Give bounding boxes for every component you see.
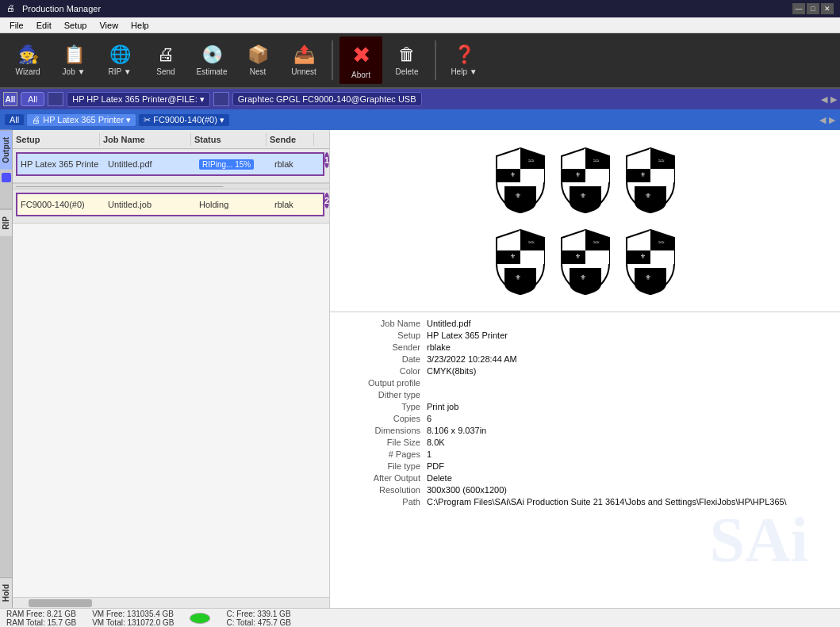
- device-printer-tab[interactable]: HP HP Latex 365 Printer@FILE: ▾: [67, 92, 210, 107]
- abort-button[interactable]: ✖ Abort: [339, 36, 382, 84]
- ram-free: RAM Free: 8.21 GB: [6, 610, 76, 618]
- db2-arrow-right[interactable]: ▶: [829, 115, 835, 125]
- detail-label: File type: [339, 461, 427, 471]
- detail-row: Output profile: [339, 378, 830, 388]
- svg-text:⚜: ⚜: [515, 273, 521, 281]
- job-name-1: Untitled.pdf: [105, 158, 196, 170]
- menu-file[interactable]: File: [3, 19, 30, 32]
- svg-text:≈≈: ≈≈: [658, 158, 665, 163]
- vm-total: VM Total: 131072.0 GB: [92, 618, 174, 627]
- db2-cutter-tab[interactable]: ✂ FC9000-140(#0) ▾: [139, 114, 229, 126]
- db2-arrow-left[interactable]: ◀: [819, 115, 826, 125]
- detail-label: Resolution: [339, 485, 427, 495]
- job-sender-1: rblak: [271, 158, 323, 170]
- menu-help[interactable]: Help: [125, 19, 155, 32]
- rip-indicator: [2, 173, 11, 182]
- rip-section: HP Latex 365 Printe Untitled.pdf RIPing.…: [13, 149, 329, 183]
- hold-section: FC9000-140(#0) Untitled.job Holding rbla…: [13, 189, 329, 224]
- device-arrow-left[interactable]: ◀: [821, 94, 827, 105]
- device-all-tab[interactable]: All: [21, 92, 44, 106]
- output-tab[interactable]: Output: [0, 130, 12, 170]
- delete-label: Delete: [396, 67, 419, 76]
- detail-label: Date: [339, 354, 427, 364]
- detail-value: 8.0K: [427, 438, 445, 447]
- device-arrow-right[interactable]: ▶: [830, 94, 837, 105]
- minimize-button[interactable]: —: [792, 3, 805, 14]
- svg-text:≈≈: ≈≈: [658, 239, 665, 245]
- db2-cutter-dropdown[interactable]: ▾: [220, 115, 224, 125]
- svg-text:⚜: ⚜: [645, 192, 651, 200]
- disk-info: C: Free: 339.1 GB C: Total: 475.7 GB: [226, 610, 291, 627]
- db2-cutter-icon: ✂: [144, 115, 151, 125]
- db2-printer-dropdown[interactable]: ▾: [126, 115, 131, 125]
- job-label: Job ▼: [63, 67, 86, 76]
- job-status-2: Holding: [196, 198, 271, 211]
- detail-row: Copies6: [339, 414, 830, 423]
- job-list-scrollbar[interactable]: [13, 597, 329, 608]
- menu-edit[interactable]: Edit: [30, 19, 58, 32]
- menu-view[interactable]: View: [93, 19, 125, 32]
- title-bar: 🖨 Production Manager — □ ✕: [0, 0, 840, 17]
- c-total: C: Total: 475.7 GB: [226, 618, 291, 627]
- job-row[interactable]: FC9000-140(#0) Untitled.job Holding rbla…: [16, 193, 324, 216]
- db2-printer-name: HP Latex 365 Printer: [43, 115, 124, 124]
- help-button[interactable]: ❓ Help ▼: [443, 36, 485, 84]
- nest-button[interactable]: 📦 Nest: [236, 36, 279, 84]
- svg-text:⚜: ⚜: [510, 253, 516, 260]
- toolbar: 🧙 Wizard 📋 Job ▼ 🌐 RIP ▼ 🖨 Send 💿 Estima…: [0, 33, 840, 89]
- col-setup: Setup: [13, 133, 100, 146]
- hold-tab[interactable]: Hold: [0, 577, 12, 608]
- db2-nav-arrows[interactable]: ◀ ▶: [819, 115, 835, 125]
- estimate-label: Estimate: [197, 67, 228, 76]
- wizard-button[interactable]: 🧙 Wizard: [6, 36, 49, 84]
- detail-label: # Pages: [339, 449, 427, 459]
- shield-svg-6: ⚜ ≈≈ ⚜: [623, 228, 678, 296]
- svg-text:⚜: ⚜: [575, 253, 581, 260]
- job-details: SAi Job NameUntitled.pdfSetupHP Latex 36…: [330, 312, 840, 608]
- rip-tab[interactable]: RIP: [0, 209, 12, 236]
- detail-label: Output profile: [339, 378, 427, 388]
- printer-dropdown-icon[interactable]: ▾: [200, 94, 205, 105]
- send-button[interactable]: 🖨 Send: [144, 36, 187, 84]
- printer-name: HP HP Latex 365 Printer@FILE:: [72, 94, 198, 104]
- device-nav-arrows[interactable]: ◀ ▶: [821, 94, 837, 105]
- col-send: Sende: [267, 133, 314, 146]
- scrollbar-thumb[interactable]: [29, 599, 92, 607]
- side-spacer: [0, 235, 12, 576]
- menu-setup[interactable]: Setup: [58, 19, 94, 32]
- detail-label: Dither type: [339, 390, 427, 400]
- db2-printer-icon: 🖨: [32, 115, 40, 124]
- app-icon: 🖨: [6, 3, 17, 14]
- detail-row: Dither type: [339, 390, 830, 400]
- unnest-button[interactable]: 📤 Unnest: [282, 36, 325, 84]
- send-icon: 🖨: [157, 44, 175, 65]
- cutter-name: Graphtec GPGL FC9000-140@Graphtec USB: [238, 94, 416, 104]
- detail-value: CMYK(8bits): [427, 366, 476, 376]
- detail-label: Setup: [339, 331, 427, 340]
- shield-svg-3: ⚜ ≈≈ ⚜: [623, 147, 678, 214]
- job-button[interactable]: 📋 Job ▼: [52, 36, 95, 84]
- maximize-button[interactable]: □: [807, 3, 819, 14]
- delete-icon: 🗑: [398, 44, 416, 65]
- abort-label: Abort: [351, 71, 370, 79]
- col-name: Job Name: [100, 133, 191, 146]
- shield-4: ⚜ ≈≈ ⚜: [490, 224, 550, 300]
- detail-label: After Output: [339, 473, 427, 483]
- app-title: Production Manager: [22, 4, 792, 13]
- rip-button[interactable]: 🌐 RIP ▼: [98, 36, 141, 84]
- device-cutter-tab[interactable]: Graphtec GPGL FC9000-140@Graphtec USB: [232, 92, 422, 106]
- detail-value: 3/23/2022 10:28:44 AM: [427, 354, 517, 364]
- delete-button[interactable]: 🗑 Delete: [385, 36, 428, 84]
- db2-all-button[interactable]: All: [5, 114, 24, 125]
- estimate-button[interactable]: 💿 Estimate: [190, 36, 233, 84]
- shield-5: ⚜ ≈≈ ⚜: [555, 224, 616, 300]
- abort-icon: ✖: [352, 42, 370, 68]
- svg-text:⚜: ⚜: [580, 273, 586, 281]
- status-badge-rip: RIPing... 15%: [199, 159, 254, 170]
- shield-svg-4: ⚜ ≈≈ ⚜: [493, 228, 548, 296]
- svg-text:⚜: ⚜: [640, 253, 646, 260]
- job-row[interactable]: HP Latex 365 Printe Untitled.pdf RIPing.…: [16, 152, 324, 176]
- side-tabs: Output RIP Hold: [0, 130, 13, 608]
- close-button[interactable]: ✕: [821, 3, 834, 14]
- db2-printer-tab[interactable]: 🖨 HP Latex 365 Printer ▾: [27, 114, 136, 126]
